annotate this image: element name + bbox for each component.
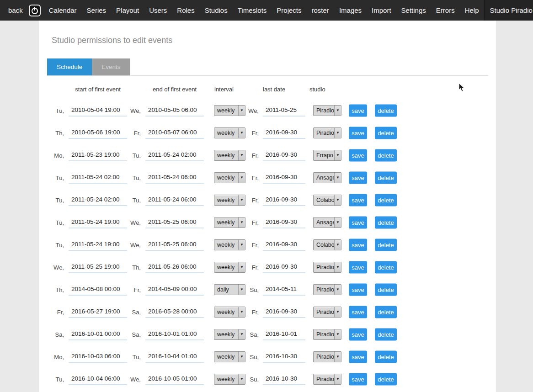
- start-datetime-input[interactable]: [69, 149, 127, 161]
- start-datetime-input[interactable]: [69, 328, 127, 340]
- save-button[interactable]: save: [349, 350, 367, 363]
- start-datetime-input[interactable]: [69, 172, 127, 183]
- last-date-input[interactable]: [263, 217, 305, 228]
- interval-select[interactable]: weekly ▼: [214, 262, 245, 273]
- save-button[interactable]: save: [349, 104, 367, 117]
- delete-button[interactable]: delete: [375, 127, 397, 139]
- nav-item[interactable]: Errors: [431, 0, 460, 21]
- delete-button[interactable]: delete: [375, 149, 397, 161]
- save-button[interactable]: save: [349, 171, 367, 184]
- studio-select[interactable]: Piradio ▼: [313, 105, 341, 116]
- save-button[interactable]: save: [349, 238, 367, 251]
- save-button[interactable]: save: [349, 373, 367, 385]
- start-datetime-input[interactable]: [69, 217, 127, 228]
- studio-select[interactable]: Piradio ▼: [313, 351, 341, 362]
- end-datetime-input[interactable]: [145, 373, 204, 385]
- end-datetime-input[interactable]: [145, 328, 204, 340]
- delete-button[interactable]: delete: [375, 306, 397, 318]
- last-date-input[interactable]: [263, 306, 305, 318]
- last-date-input[interactable]: [263, 127, 305, 138]
- save-button[interactable]: save: [349, 216, 367, 228]
- nav-item[interactable]: Studios: [200, 0, 233, 21]
- interval-select[interactable]: weekly ▼: [214, 351, 245, 362]
- studio-select[interactable]: Colabo ▼: [313, 239, 341, 250]
- studio-select[interactable]: Ansage ▼: [313, 172, 341, 183]
- delete-button[interactable]: delete: [375, 216, 397, 228]
- start-datetime-input[interactable]: [69, 105, 127, 116]
- last-date-input[interactable]: [263, 373, 305, 385]
- nav-item[interactable]: Users: [144, 0, 172, 21]
- save-button[interactable]: save: [349, 149, 367, 161]
- end-datetime-input[interactable]: [145, 105, 204, 116]
- studio-select[interactable]: Piradio ▼: [313, 307, 341, 318]
- end-datetime-input[interactable]: [145, 194, 204, 206]
- last-date-input[interactable]: [263, 172, 305, 183]
- delete-button[interactable]: delete: [375, 238, 397, 251]
- back-link[interactable]: back: [0, 6, 29, 14]
- delete-button[interactable]: delete: [375, 373, 397, 385]
- studio-select[interactable]: Piradio ▼: [313, 284, 341, 295]
- studio-select[interactable]: Frrapo ▼: [313, 150, 341, 161]
- last-date-input[interactable]: [263, 149, 305, 161]
- last-date-input[interactable]: [263, 194, 305, 206]
- end-datetime-input[interactable]: [145, 172, 204, 183]
- save-button[interactable]: save: [349, 283, 367, 296]
- tab-events[interactable]: Events: [92, 58, 130, 75]
- interval-select[interactable]: daily ▼: [214, 284, 245, 295]
- start-datetime-input[interactable]: [69, 261, 127, 273]
- start-datetime-input[interactable]: [69, 127, 127, 138]
- nav-item[interactable]: roster: [307, 0, 334, 21]
- power-icon[interactable]: [29, 5, 41, 16]
- tab-schedule[interactable]: Schedule: [47, 58, 92, 75]
- delete-button[interactable]: delete: [375, 261, 397, 273]
- delete-button[interactable]: delete: [375, 350, 397, 363]
- interval-select[interactable]: weekly ▼: [214, 150, 245, 161]
- save-button[interactable]: save: [349, 328, 367, 340]
- nav-item[interactable]: Images: [334, 0, 367, 21]
- end-datetime-input[interactable]: [145, 149, 204, 161]
- end-datetime-input[interactable]: [145, 239, 204, 250]
- studio-select[interactable]: Colabo ▼: [313, 195, 341, 206]
- nav-item[interactable]: Series: [82, 0, 112, 21]
- studio-select[interactable]: Piradio ▼: [313, 329, 341, 340]
- interval-select[interactable]: weekly ▼: [214, 329, 245, 340]
- save-button[interactable]: save: [349, 306, 367, 318]
- delete-button[interactable]: delete: [375, 104, 397, 117]
- end-datetime-input[interactable]: [145, 351, 204, 362]
- nav-item[interactable]: Import: [367, 0, 396, 21]
- studio-select[interactable]: Piradio ▼: [313, 127, 341, 138]
- end-datetime-input[interactable]: [145, 261, 204, 273]
- save-button[interactable]: save: [349, 194, 367, 206]
- save-button[interactable]: save: [349, 261, 367, 273]
- nav-item[interactable]: Help: [460, 0, 484, 21]
- nav-item[interactable]: Projects: [272, 0, 306, 21]
- delete-button[interactable]: delete: [375, 171, 397, 184]
- studio-select[interactable]: Piradio ▼: [313, 262, 341, 273]
- interval-select[interactable]: weekly ▼: [214, 239, 245, 250]
- start-datetime-input[interactable]: [69, 306, 127, 318]
- interval-select[interactable]: weekly ▼: [214, 374, 245, 385]
- delete-button[interactable]: delete: [375, 194, 397, 206]
- nav-item[interactable]: Roles: [172, 0, 199, 21]
- last-date-input[interactable]: [263, 261, 305, 273]
- last-date-input[interactable]: [263, 351, 305, 362]
- nav-item[interactable]: Timeslots: [233, 0, 272, 21]
- interval-select[interactable]: weekly ▼: [214, 307, 245, 318]
- start-datetime-input[interactable]: [69, 284, 127, 295]
- start-datetime-input[interactable]: [69, 194, 127, 206]
- last-date-input[interactable]: [263, 239, 305, 250]
- start-datetime-input[interactable]: [69, 373, 127, 385]
- studio-dropdown[interactable]: Studio Piradio ▼: [484, 0, 533, 21]
- last-date-input[interactable]: [263, 284, 305, 295]
- save-button[interactable]: save: [349, 127, 367, 139]
- interval-select[interactable]: weekly ▼: [214, 105, 245, 116]
- nav-item[interactable]: Playout: [111, 0, 144, 21]
- interval-select[interactable]: weekly ▼: [214, 217, 245, 228]
- last-date-input[interactable]: [263, 105, 305, 116]
- studio-select[interactable]: Ansage ▼: [313, 217, 341, 228]
- end-datetime-input[interactable]: [145, 127, 204, 138]
- start-datetime-input[interactable]: [69, 239, 127, 250]
- end-datetime-input[interactable]: [145, 284, 204, 295]
- interval-select[interactable]: weekly ▼: [214, 195, 245, 206]
- interval-select[interactable]: weekly ▼: [214, 127, 245, 138]
